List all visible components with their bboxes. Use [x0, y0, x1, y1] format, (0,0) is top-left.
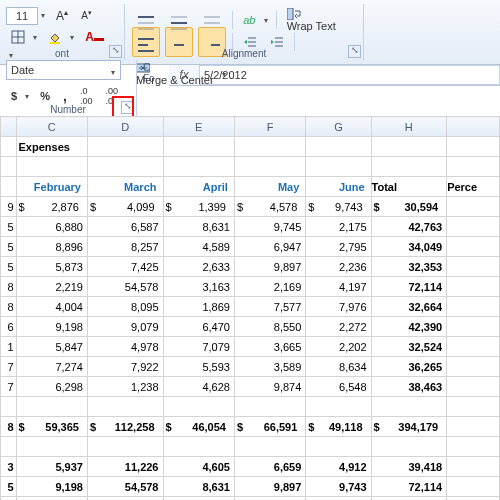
cell[interactable]: $66,591 — [234, 417, 305, 437]
fill-color-button[interactable] — [44, 27, 66, 47]
shrink-font-button[interactable]: A▾ — [77, 6, 96, 24]
column-header[interactable]: F — [234, 117, 305, 137]
cell[interactable]: 4,628 — [163, 377, 234, 397]
cell[interactable]: $9,743 — [306, 197, 371, 217]
cell[interactable]: 5,873 — [16, 257, 87, 277]
cell[interactable]: April — [163, 177, 234, 197]
cell[interactable]: 3,665 — [234, 337, 305, 357]
column-header[interactable] — [1, 117, 17, 137]
cell[interactable]: 2,795 — [306, 237, 371, 257]
cell[interactable]: May — [234, 177, 305, 197]
cell[interactable]: 8,095 — [87, 297, 163, 317]
cell[interactable]: 11,226 — [87, 457, 163, 477]
cell[interactable]: 8,257 — [87, 237, 163, 257]
cell[interactable]: 42,763 — [371, 217, 447, 237]
cell[interactable]: 1,238 — [87, 377, 163, 397]
cell[interactable]: 4,004 — [16, 297, 87, 317]
column-header[interactable]: D — [87, 117, 163, 137]
grow-font-button[interactable]: A▴ — [52, 5, 72, 26]
cell[interactable]: 7,922 — [87, 357, 163, 377]
cell[interactable]: 2,175 — [306, 217, 371, 237]
column-header[interactable]: C — [16, 117, 87, 137]
cell[interactable]: 9,743 — [306, 477, 371, 497]
column-header[interactable]: H — [371, 117, 447, 137]
column-header[interactable] — [447, 117, 500, 137]
chevron-down-icon[interactable]: ▾ — [30, 33, 40, 42]
cell[interactable]: 5,937 — [16, 457, 87, 477]
number-format-select[interactable]: Date▾ — [6, 60, 121, 80]
cell[interactable]: 30,594 — [371, 497, 447, 501]
cell[interactable]: 4,978 — [87, 337, 163, 357]
cell[interactable]: 5,593 — [163, 357, 234, 377]
border-button[interactable] — [7, 27, 29, 47]
cell[interactable]: 32,664 — [371, 297, 447, 317]
cell[interactable]: $4,578 — [234, 197, 305, 217]
cell[interactable]: $30,594 — [371, 197, 447, 217]
cell[interactable]: 2,169 — [234, 277, 305, 297]
cell[interactable]: $4,099 — [87, 197, 163, 217]
cell[interactable]: 9,897 — [234, 477, 305, 497]
cell[interactable]: 7,079 — [163, 337, 234, 357]
cell[interactable]: 2,219 — [16, 497, 87, 501]
cell[interactable]: 42,390 — [371, 317, 447, 337]
cell[interactable]: 6,298 — [16, 377, 87, 397]
cell[interactable]: March — [87, 177, 163, 197]
spreadsheet-grid[interactable]: CDEFGHExpensesFebruaryMarchAprilMayJuneT… — [0, 86, 500, 500]
cell[interactable]: 1,399 — [163, 497, 234, 501]
cell[interactable]: 6,548 — [306, 377, 371, 397]
cell[interactable]: 32,524 — [371, 337, 447, 357]
cell[interactable]: 6,587 — [87, 217, 163, 237]
cell[interactable]: 1,869 — [163, 297, 234, 317]
chevron-down-icon[interactable]: ▾ — [67, 33, 77, 42]
cell[interactable]: 2,169 — [234, 497, 305, 501]
cell[interactable]: 7,577 — [234, 297, 305, 317]
cell[interactable]: $1,399 — [163, 197, 234, 217]
cell[interactable]: 72,114 — [371, 277, 447, 297]
cell[interactable]: 2,175 — [306, 497, 371, 501]
cell[interactable]: 8,631 — [163, 477, 234, 497]
cell[interactable]: $2,876 — [16, 197, 87, 217]
cell[interactable]: 6,947 — [234, 237, 305, 257]
cell[interactable]: February — [16, 177, 87, 197]
cell[interactable]: 2,219 — [16, 277, 87, 297]
cell[interactable]: 32,353 — [371, 257, 447, 277]
cell[interactable]: $49,118 — [306, 417, 371, 437]
cell[interactable]: 4,605 — [163, 457, 234, 477]
chevron-down-icon[interactable]: ▾ — [261, 16, 271, 25]
chevron-down-icon[interactable]: ▾ — [108, 64, 118, 82]
cell[interactable]: 5,847 — [16, 337, 87, 357]
chevron-down-icon[interactable]: ▾ — [38, 11, 48, 20]
cell[interactable]: 54,578 — [87, 477, 163, 497]
cell[interactable]: Total — [371, 177, 447, 197]
cell[interactable]: 2,633 — [163, 257, 234, 277]
cell[interactable]: 4,197 — [306, 277, 371, 297]
chevron-down-icon[interactable]: ▾ — [219, 70, 229, 79]
column-header[interactable]: E — [163, 117, 234, 137]
cell[interactable]: $59,365 — [16, 417, 87, 437]
cell[interactable]: 7,274 — [16, 357, 87, 377]
cell[interactable]: 54,578 — [87, 277, 163, 297]
cell[interactable]: 1,238 — [87, 497, 163, 501]
formula-input[interactable]: 5/2/2012 — [199, 65, 500, 85]
cell[interactable]: 7,425 — [87, 257, 163, 277]
cell[interactable]: 2,202 — [306, 337, 371, 357]
cell[interactable]: 39,418 — [371, 457, 447, 477]
cell[interactable]: 36,265 — [371, 357, 447, 377]
cell[interactable]: 3,589 — [234, 357, 305, 377]
cell[interactable]: 4,589 — [163, 237, 234, 257]
cell[interactable]: 72,114 — [371, 477, 447, 497]
cell[interactable]: 2,272 — [306, 317, 371, 337]
dialog-launcher-icon[interactable]: ⤡ — [109, 45, 122, 58]
cell[interactable]: 6,470 — [163, 317, 234, 337]
font-color-button[interactable]: A — [81, 27, 108, 47]
cell[interactable]: 6,659 — [234, 457, 305, 477]
cell[interactable]: 9,079 — [87, 317, 163, 337]
column-header[interactable]: G — [306, 117, 371, 137]
cell[interactable]: 6,880 — [16, 217, 87, 237]
cell[interactable]: 3,163 — [163, 277, 234, 297]
cell[interactable]: $394,179 — [371, 417, 447, 437]
cell[interactable]: 2,236 — [306, 257, 371, 277]
cell[interactable]: 34,049 — [371, 237, 447, 257]
cell[interactable]: 7,976 — [306, 297, 371, 317]
cell[interactable]: 4,912 — [306, 457, 371, 477]
